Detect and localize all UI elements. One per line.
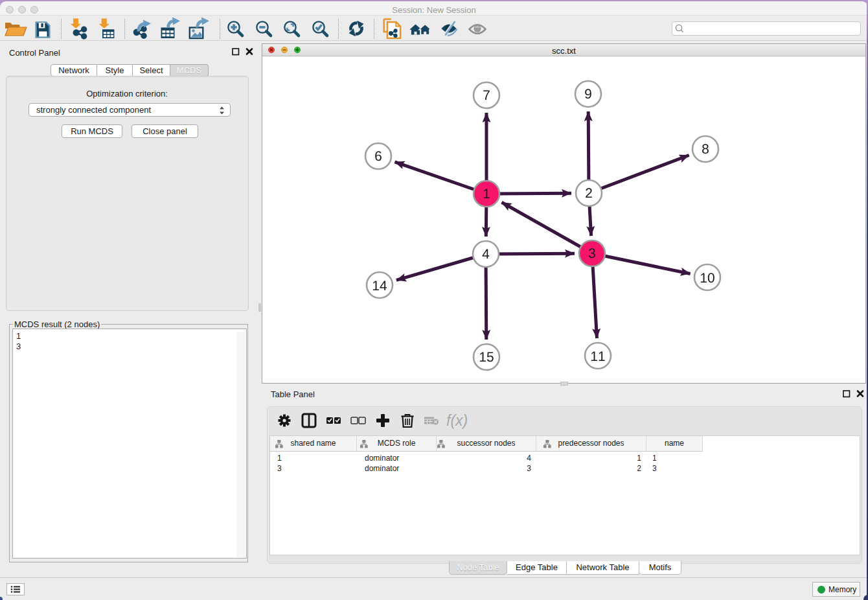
svg-text:Memory: Memory [828,585,856,594]
svg-text:f(x): f(x) [446,412,468,429]
